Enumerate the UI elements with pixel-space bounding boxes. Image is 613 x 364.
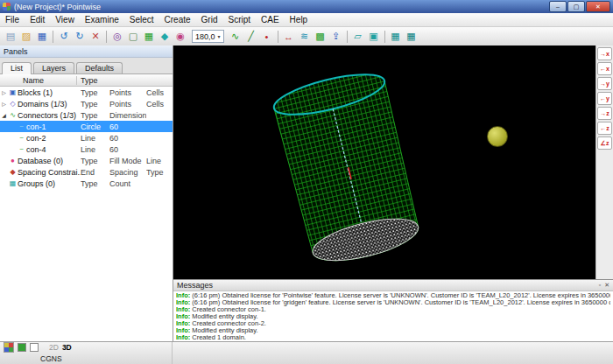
log-line: Info:Modified entity display.: [176, 313, 610, 320]
toolbar-separator: [53, 31, 53, 43]
close-icon[interactable]: ✕: [604, 282, 609, 289]
probe-icon[interactable]: ◉: [173, 30, 187, 44]
table-row[interactable]: ▷◇Domains (1/3)TypePointsCells: [0, 98, 173, 109]
palette-icon[interactable]: [4, 342, 14, 353]
line-icon[interactable]: ╱: [244, 30, 258, 44]
chevron-icon[interactable]: ▷: [0, 89, 8, 95]
cae-mesh-icon[interactable]: ▦: [389, 30, 403, 44]
titlebar[interactable]: (New Project)* Pointwise – ▢ ✕: [0, 0, 613, 13]
app-logo-icon: [3, 3, 11, 10]
color-swatch-white[interactable]: [30, 343, 39, 352]
table-row[interactable]: ◢∿Connectors (1/3)TypeDimension: [0, 109, 173, 121]
tree-header[interactable]: Name Type: [0, 74, 173, 87]
panels-header[interactable]: Panels: [0, 46, 173, 58]
window-controls: – ▢ ✕: [549, 1, 613, 12]
table-row[interactable]: ~con-1Circle60: [0, 121, 173, 132]
tab-layers[interactable]: Layers: [33, 62, 74, 74]
connector-icon: ~: [17, 134, 26, 142]
distribute-icon[interactable]: ≋: [298, 30, 312, 44]
tree-item-label: Database (0): [18, 157, 81, 165]
view-iso-button[interactable]: ∠z: [597, 136, 612, 150]
messages-header[interactable]: Messages ▫ ✕: [173, 280, 613, 291]
minimize-button[interactable]: –: [549, 1, 567, 12]
close-button[interactable]: ✕: [586, 1, 610, 12]
toolbar-separator: [384, 31, 385, 43]
examine-icon[interactable]: ◎: [110, 30, 124, 44]
delete-icon[interactable]: ✕: [88, 30, 102, 44]
tree-item-label: Blocks (1): [18, 88, 81, 97]
new-file-icon[interactable]: ▤: [4, 30, 18, 44]
log-level-label: Info:: [176, 327, 190, 334]
mode-3d-toggle[interactable]: 3D: [62, 343, 72, 352]
chevron-icon[interactable]: ▷: [0, 101, 8, 107]
menu-item-grid[interactable]: Grid: [196, 13, 223, 26]
log-line: Info:(6:16 pm) Obtained license for 'gri…: [176, 299, 610, 306]
viewport[interactable]: [173, 46, 595, 279]
table-row[interactable]: ▦Groups (0)TypeCount: [0, 178, 173, 189]
open-folder-icon[interactable]: ▨: [19, 30, 33, 44]
assemble-domain-icon[interactable]: ▱: [351, 30, 365, 44]
float-panel-icon[interactable]: ▫: [599, 282, 601, 289]
table-row[interactable]: ◆Spacing Constrai...EndSpacingType: [0, 166, 173, 178]
point-icon[interactable]: •: [260, 30, 274, 44]
curve-icon[interactable]: ∿: [229, 30, 243, 44]
view-plus-z-button[interactable]: →z: [597, 107, 612, 120]
tree-item-c2: 60: [109, 122, 146, 131]
undo-icon[interactable]: ↺: [57, 30, 71, 44]
messages-header-buttons: ▫ ✕: [599, 282, 609, 289]
tree-item-c1: Type: [81, 88, 109, 97]
tree-item-label: Spacing Constrai...: [18, 168, 81, 177]
maximize-button[interactable]: ▢: [567, 1, 585, 12]
dimension-icon[interactable]: ↔: [282, 30, 296, 44]
menu-item-examine[interactable]: Examine: [80, 13, 124, 26]
log-level-label: Info:: [176, 292, 190, 299]
log-line: Info:Modified entity display.: [176, 327, 610, 334]
select-mode-icon[interactable]: ▢: [126, 30, 140, 44]
solve-icon[interactable]: ▩: [314, 30, 328, 44]
menu-item-script[interactable]: Script: [222, 13, 256, 26]
chevron-icon[interactable]: ◢: [0, 112, 8, 118]
table-row[interactable]: ▷▣Blocks (1)TypePointsCells: [0, 87, 173, 98]
redo-icon[interactable]: ↻: [73, 30, 87, 44]
extrude-icon[interactable]: ⇪: [329, 30, 343, 44]
grid-icon[interactable]: ▦: [142, 30, 156, 44]
toolbar-separator: [106, 31, 107, 43]
statusbar: 2D 3D CGNS: [0, 341, 613, 364]
assemble-block-icon[interactable]: ▣: [367, 30, 381, 44]
log-text: (6:16 pm) Obtained license for 'gridgen'…: [192, 299, 610, 306]
save-icon[interactable]: ▦: [35, 30, 49, 44]
menu-item-edit[interactable]: Edit: [25, 13, 50, 26]
view-plus-y-button[interactable]: →y: [597, 77, 612, 90]
menu-item-select[interactable]: Select: [124, 13, 159, 26]
tab-defaults[interactable]: Defaults: [76, 62, 123, 74]
mode-2d-toggle[interactable]: 2D: [49, 343, 59, 352]
panel-tabs: List Layers Defaults: [0, 58, 173, 74]
menu-item-view[interactable]: View: [50, 13, 80, 26]
menu-item-help[interactable]: Help: [285, 13, 314, 26]
column-header-type[interactable]: Type: [77, 76, 173, 85]
cae-selector[interactable]: CGNS: [40, 354, 62, 363]
table-row[interactable]: ~con-4Line60: [0, 144, 173, 155]
toolbar: ▤▨▦↺↻✕◎▢▦◆◉180,0▾∿╱•↔≋▩⇪▱▣▦▦: [0, 27, 613, 46]
view-plus-x-button[interactable]: →x: [597, 47, 612, 60]
color-swatch-green[interactable]: [18, 343, 26, 352]
window-title: (New Project)* Pointwise: [14, 3, 101, 11]
table-row[interactable]: ~con-2Line60: [0, 132, 173, 144]
table-row[interactable]: ●Database (0)TypeFill ModeLine: [0, 155, 173, 166]
column-header-name[interactable]: Name: [0, 76, 77, 85]
view-minus-z-button[interactable]: ←z: [597, 122, 612, 135]
diamond-icon[interactable]: ◆: [158, 30, 172, 44]
tree-item-c2: Fill Mode: [109, 157, 146, 165]
menu-item-file[interactable]: File: [0, 13, 25, 26]
tab-list[interactable]: List: [2, 62, 32, 74]
menu-item-cae[interactable]: CAE: [256, 13, 285, 26]
view-minus-y-button[interactable]: ←y: [597, 92, 612, 105]
chevron-down-icon[interactable]: ▾: [218, 33, 221, 39]
view-minus-x-button[interactable]: ←x: [597, 62, 612, 75]
cae-export-icon[interactable]: ▦: [405, 30, 419, 44]
tree-item-label: Domains (1/3): [18, 100, 81, 108]
rotation-angle-combo[interactable]: 180,0▾: [192, 30, 224, 43]
panels-sidebar: Panels List Layers Defaults Name Type ▷▣…: [0, 46, 173, 341]
menu-item-create[interactable]: Create: [159, 13, 196, 26]
groups-icon: ▦: [8, 179, 18, 187]
